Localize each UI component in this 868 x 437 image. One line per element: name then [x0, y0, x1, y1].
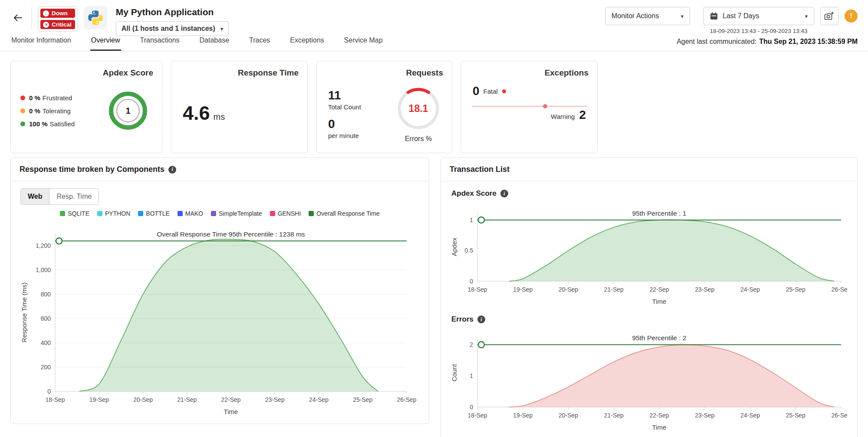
- info-icon[interactable]: i: [168, 166, 176, 174]
- alert-icon[interactable]: !: [845, 10, 858, 23]
- svg-text:22-Sep: 22-Sep: [649, 412, 669, 419]
- fatal-label: Fatal: [483, 88, 498, 95]
- header: ↓ Down ✕ Critical My Python Application …: [0, 0, 868, 35]
- info-icon[interactable]: i: [500, 190, 508, 197]
- status-box: ↓ Down ✕ Critical: [38, 6, 78, 32]
- hosts-dropdown-value: All (1 hosts and 1 instances): [122, 25, 215, 33]
- errors-section-title-row: Errors i: [451, 315, 849, 324]
- down-status-icon: ↓: [43, 10, 49, 16]
- svg-text:22-Sep: 22-Sep: [649, 286, 669, 293]
- tab-traces[interactable]: Traces: [248, 36, 271, 51]
- python-logo-icon: [84, 6, 107, 30]
- components-panel: Response time broken by Components i Web…: [10, 158, 429, 424]
- svg-text:19-Sep: 19-Sep: [513, 286, 533, 293]
- screenshot-button[interactable]: [820, 7, 838, 25]
- tab-database[interactable]: Database: [199, 36, 230, 51]
- svg-text:23-Sep: 23-Sep: [695, 286, 714, 293]
- svg-text:21-Sep: 21-Sep: [177, 396, 197, 403]
- svg-text:23-Sep: 23-Sep: [265, 396, 285, 403]
- errors-pct-value: 18.1: [409, 103, 428, 114]
- svg-text:0: 0: [470, 278, 473, 285]
- tab-monitor-information[interactable]: Monitor Information: [10, 36, 72, 51]
- svg-text:95th Percentile : 1: 95th Percentile : 1: [632, 210, 687, 217]
- tolerating-dot: [20, 108, 25, 113]
- svg-text:19-Sep: 19-Sep: [89, 396, 109, 403]
- svg-text:1: 1: [470, 372, 473, 379]
- response-time-unit: ms: [214, 112, 225, 122]
- chart-mode-toggle: Web Resp. Time: [20, 188, 99, 205]
- frustrated-label: Frustrated: [43, 94, 72, 102]
- monitor-actions-dropdown[interactable]: Monitor Actions ▾: [605, 7, 690, 25]
- svg-text:18-Sep: 18-Sep: [467, 286, 487, 293]
- legend-item: SimpleTemplate: [211, 210, 262, 217]
- date-block: Last 7 Days ▾ 18-09-2023 13:43 - 25-09-2…: [703, 4, 814, 34]
- back-button[interactable]: [10, 10, 25, 26]
- tolerating-value: 0 %: [29, 107, 40, 115]
- svg-text:Time: Time: [652, 424, 667, 431]
- components-chart-legend: SQLITE PYTHON BOTTLE MAKO SimpleTemplate…: [19, 210, 421, 217]
- legend-swatch: [60, 211, 65, 216]
- calendar-icon: [710, 12, 718, 20]
- status-badge-down: ↓ Down: [40, 9, 75, 18]
- time-range-value: Last 7 Days: [723, 12, 759, 20]
- svg-text:Time: Time: [224, 408, 238, 415]
- tab-transactions[interactable]: Transactions: [139, 36, 181, 51]
- components-panel-header: Response time broken by Components i: [11, 158, 429, 181]
- legend-item: PYTHON: [97, 210, 130, 217]
- toggle-web[interactable]: Web: [21, 189, 49, 204]
- time-range-picker[interactable]: Last 7 Days ▾: [703, 7, 814, 25]
- response-time-value-row: 4.6ms: [183, 102, 307, 125]
- tab-exceptions[interactable]: Exceptions: [289, 36, 325, 51]
- hosts-dropdown[interactable]: All (1 hosts and 1 instances) ▾: [116, 21, 229, 36]
- fatal-value: 0: [473, 85, 480, 98]
- apdex-score-value: 1: [125, 106, 130, 115]
- per-minute-value: 0: [328, 118, 361, 131]
- svg-text:600: 600: [41, 315, 51, 322]
- svg-text:1,200: 1,200: [36, 242, 51, 249]
- svg-text:1,000: 1,000: [36, 266, 51, 273]
- svg-text:Time: Time: [652, 298, 667, 305]
- frustrated-value: 0 %: [29, 94, 40, 102]
- exceptions-sparkline: [472, 106, 587, 107]
- tolerating-label: Tolerating: [43, 107, 71, 115]
- legend-swatch: [178, 211, 183, 216]
- info-icon[interactable]: i: [477, 315, 485, 323]
- svg-text:2: 2: [470, 341, 473, 348]
- legend-swatch: [97, 211, 102, 216]
- card-title: Response Time: [238, 68, 299, 78]
- svg-text:18-Sep: 18-Sep: [45, 396, 65, 403]
- svg-text:20-Sep: 20-Sep: [133, 396, 153, 403]
- total-count-label: Total Count: [328, 103, 361, 111]
- legend-row-tolerating: 0 % Tolerating: [20, 107, 75, 115]
- svg-text:24-Sep: 24-Sep: [309, 396, 329, 403]
- status-badge-critical: ✕ Critical: [40, 20, 75, 29]
- date-range-text: 18-09-2023 13:43 - 25-09-2023 13:43: [703, 28, 814, 34]
- svg-text:20-Sep: 20-Sep: [559, 286, 578, 293]
- legend-swatch: [270, 211, 275, 216]
- tab-service-map[interactable]: Service Map: [343, 36, 384, 51]
- svg-text:24-Sep: 24-Sep: [740, 412, 760, 419]
- requests-counts: 11 Total Count 0 per minute: [328, 89, 361, 146]
- apdex-section-title-row: Apdex Score i: [451, 189, 849, 198]
- warning-value: 2: [579, 108, 586, 122]
- toggle-resp-time[interactable]: Resp. Time: [49, 189, 99, 204]
- legend-item: BOTTLE: [138, 210, 169, 217]
- errors-gauge: 18.1: [393, 83, 444, 134]
- chevron-down-icon: ▾: [805, 13, 808, 20]
- camera-plus-icon: [824, 11, 835, 21]
- exceptions-card: Exceptions 0 Fatal Warning 2: [461, 61, 598, 153]
- warning-row: Warning 2: [461, 108, 597, 122]
- warning-indicator-dot: [543, 104, 547, 108]
- legend-row-satisfied: 100 % Satisfied: [20, 120, 75, 128]
- agent-label: Agent last communicated:: [677, 38, 756, 45]
- legend-item: SQLITE: [60, 210, 89, 217]
- components-response-time-chart: 02004006008001,0001,20018-Sep19-Sep20-Se…: [19, 218, 421, 419]
- tab-bar: Monitor Information Overview Transaction…: [0, 35, 868, 51]
- svg-text:25-Sep: 25-Sep: [353, 396, 372, 403]
- critical-status-icon: ✕: [43, 22, 49, 28]
- svg-text:25-Sep: 25-Sep: [786, 412, 806, 419]
- tab-overview[interactable]: Overview: [90, 36, 121, 51]
- svg-text:0: 0: [47, 388, 51, 395]
- components-panel-title: Response time broken by Components: [20, 165, 164, 174]
- apdex-legend: 0 % Frustrated 0 % Tolerating 100 % Sati…: [20, 94, 75, 128]
